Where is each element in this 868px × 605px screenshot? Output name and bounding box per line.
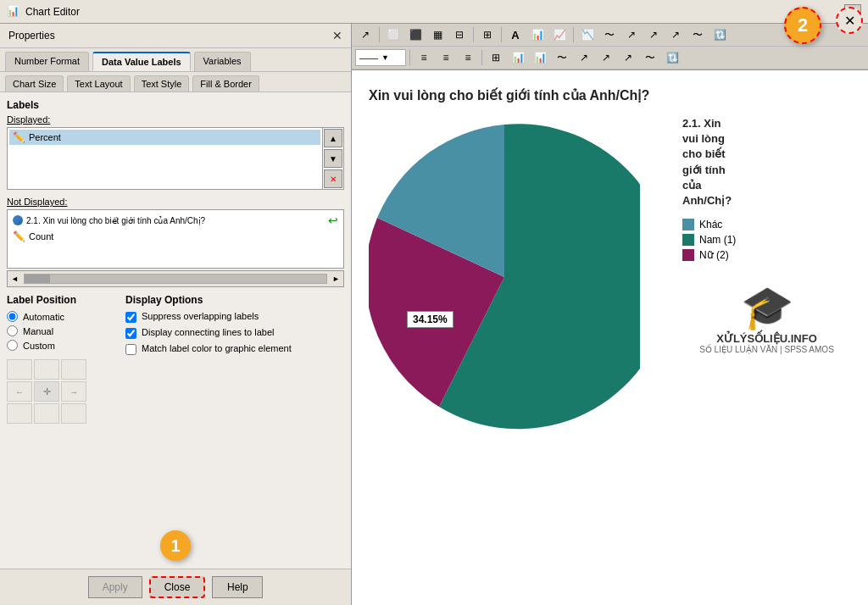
label-position-title: Label Position <box>7 294 117 306</box>
toolbar-row2: —— ▼ ≡ ≡ ≡ ⊞ 📊 📊 〜 ↗ ↗ ↗ 〜 🔃 <box>352 47 868 69</box>
center-dot-icon: ✛ <box>43 386 51 397</box>
tb-align-left-icon[interactable]: ≡ <box>414 48 434 67</box>
properties-close-button[interactable]: ✕ <box>332 29 342 42</box>
tb-align-center-icon[interactable]: ≡ <box>436 48 456 67</box>
apply-button[interactable]: Apply <box>88 576 142 598</box>
tb-line2-icon[interactable]: ↗ <box>574 48 594 67</box>
pencil-icon: ✏️ <box>13 131 25 143</box>
properties-panel: Properties ✕ Number Format Data Value La… <box>0 24 352 605</box>
main-layout: Properties ✕ Number Format Data Value La… <box>0 24 868 605</box>
title-bar-controls: — 2 ✕ <box>844 4 861 19</box>
tb-select4-icon[interactable]: ⊟ <box>449 25 470 44</box>
scroll-track[interactable] <box>24 274 327 284</box>
tab-variables[interactable]: Variables <box>194 52 251 71</box>
item-count-label: Count <box>29 231 53 241</box>
radio-automatic[interactable]: Automatic <box>7 311 117 322</box>
tb-data-icon[interactable]: ⊞ <box>477 25 498 44</box>
chart-body: 34.15% 2.1. Xinvui lòngcho biếtgiới tính… <box>369 116 851 455</box>
tabs-row2: Chart Size Text Layout Text Style Fill &… <box>0 72 351 92</box>
tb-line5-icon[interactable]: 〜 <box>640 48 660 67</box>
move-down-button[interactable]: ▼ <box>324 149 342 168</box>
close-window-button[interactable]: ✕ <box>836 7 863 34</box>
scroll-right-icon[interactable]: ► <box>329 273 343 285</box>
grid-left: ← <box>7 381 32 402</box>
tab-number-format[interactable]: Number Format <box>5 52 89 71</box>
tab-data-value-labels[interactable]: Data Value Labels <box>92 52 191 71</box>
line-dropdown[interactable]: —— ▼ <box>355 49 406 66</box>
tb-chart6-icon[interactable]: ↗ <box>643 25 664 44</box>
properties-title: Properties <box>8 30 55 42</box>
tb-sep3 <box>501 27 502 42</box>
legend-label-nu: Nữ (2) <box>699 249 729 261</box>
tb-select3-icon[interactable]: ▦ <box>427 25 448 44</box>
move-up-button[interactable]: ▲ <box>324 129 342 147</box>
tb-sep4 <box>573 27 574 42</box>
watermark-graduation-icon: 🎓 <box>741 286 793 329</box>
tb-chart8-icon[interactable]: 〜 <box>687 25 708 44</box>
chart-area: ↗ ⬜ ⬛ ▦ ⊟ ⊞ A 📊 📈 📉 〜 ↗ ↗ ↗ 〜 🔃 <box>352 24 868 605</box>
radio-manual[interactable]: Manual <box>7 325 117 336</box>
tb-chart3-icon[interactable]: 📉 <box>577 25 598 44</box>
scroll-thumb[interactable] <box>25 275 50 283</box>
tb-chart5-icon[interactable]: ↗ <box>621 25 642 44</box>
panel-footer: Apply Close Help <box>0 569 351 605</box>
tb-select2-icon[interactable]: ⬛ <box>405 25 426 44</box>
tab-text-style[interactable]: Text Style <box>134 75 190 92</box>
legend-title: 2.1. Xinvui lòngcho biếtgiới tínhcủaAnh/… <box>682 116 851 208</box>
tb-chart1-icon[interactable]: 📊 <box>527 25 548 44</box>
grid-bottomleft <box>7 403 32 424</box>
checkbox-group: Suppress overlapping labels Display conn… <box>125 311 344 355</box>
tab-fill-border[interactable]: Fill & Border <box>192 75 259 92</box>
tabs-row1: Number Format Data Value Labels Variable… <box>0 48 351 72</box>
data-label-value: 34.15% <box>413 314 448 325</box>
checkbox-connecting[interactable]: Display connecting lines to label <box>125 327 344 339</box>
horizontal-scrollbar[interactable]: ◄ ► <box>7 270 344 287</box>
tb-line4-icon[interactable]: ↗ <box>618 48 638 67</box>
legend-item-khac: Khác <box>682 219 851 230</box>
watermark-url: XỬLÝSỐLIỆU.INFO <box>716 332 817 345</box>
tb-line1-icon[interactable]: 〜 <box>552 48 572 67</box>
tb-align-right-icon[interactable]: ≡ <box>458 48 478 67</box>
tb-arrow-icon[interactable]: ↗ <box>355 25 376 44</box>
tb-bar1-icon[interactable]: 📊 <box>508 48 528 67</box>
tb-sep6 <box>481 50 482 65</box>
labels-section-title: Labels <box>7 99 344 111</box>
tb-sep5 <box>409 50 410 65</box>
dropdown-arrow-icon: ▼ <box>381 53 389 62</box>
title-bar-title: Chart Editor <box>25 6 844 18</box>
tab-chart-size[interactable]: Chart Size <box>5 75 64 92</box>
legend-items: Khác Nam (1) Nữ (2) <box>682 219 851 261</box>
grid-right: → <box>61 381 86 402</box>
list-item-count[interactable]: ✏️ Count <box>9 229 342 244</box>
grid-center: ✛ <box>34 381 59 402</box>
tb-select1-icon[interactable]: ⬜ <box>383 25 403 44</box>
not-displayed-list: 2.1. Xin vui lòng cho biết giới tính của… <box>7 209 344 269</box>
tb-line3-icon[interactable]: ↗ <box>596 48 616 67</box>
left-arrow-icon: ← <box>15 387 24 397</box>
list-item-question[interactable]: 2.1. Xin vui lòng cho biết giới tính của… <box>9 212 342 229</box>
radio-group: Automatic Manual Custom <box>7 311 117 351</box>
tb-bar2-icon[interactable]: 📊 <box>530 48 550 67</box>
checkbox-suppress[interactable]: Suppress overlapping labels <box>125 311 344 323</box>
tb-grid1-icon[interactable]: ⊞ <box>486 48 506 67</box>
remove-button[interactable]: ✕ <box>324 169 342 188</box>
close-button[interactable]: Close <box>149 576 206 598</box>
help-button[interactable]: Help <box>212 576 263 598</box>
radio-custom[interactable]: Custom <box>7 340 117 351</box>
tab-text-layout[interactable]: Text Layout <box>67 75 130 92</box>
legend-color-khac <box>682 219 694 230</box>
displayed-list: ✏️ Percent ▲ ▼ ✕ <box>7 127 344 190</box>
tb-a-icon[interactable]: A <box>505 25 526 44</box>
tb-chart7-icon[interactable]: ↗ <box>665 25 686 44</box>
scroll-left-icon[interactable]: ◄ <box>8 273 22 285</box>
tb-refresh-icon[interactable]: 🔃 <box>662 48 682 67</box>
tb-chart2-icon[interactable]: 📈 <box>549 25 570 44</box>
add-icon[interactable]: ↩ <box>328 214 338 227</box>
grid-topleft <box>7 359 32 380</box>
list-item-percent[interactable]: ✏️ Percent <box>9 130 320 145</box>
data-label-box: 34.15% <box>407 311 453 328</box>
checkbox-match-color[interactable]: Match label color to graphic element <box>125 343 344 355</box>
tb-chart4-icon[interactable]: 〜 <box>599 25 620 44</box>
pie-chart-svg <box>369 116 640 438</box>
tb-chart9-icon[interactable]: 🔃 <box>709 25 730 44</box>
